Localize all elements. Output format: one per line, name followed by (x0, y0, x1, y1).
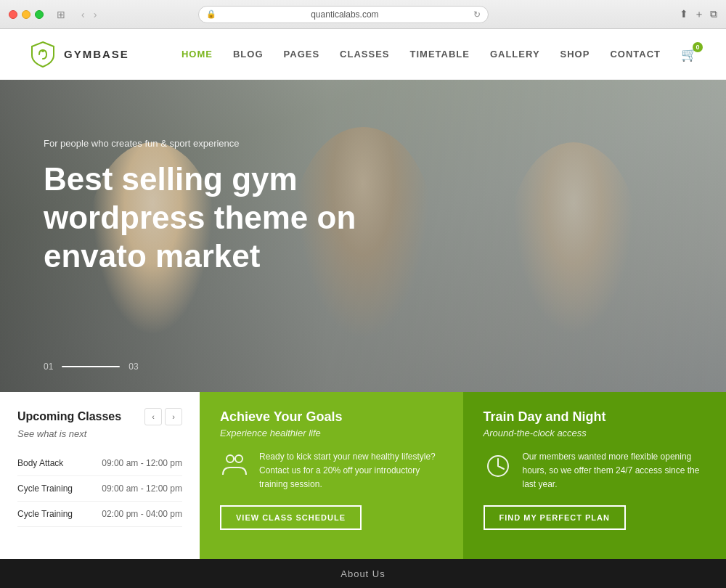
slider-bar-active (62, 366, 120, 367)
window-controls: ⊞ (55, 7, 67, 22)
nav-gallery[interactable]: GALLERY (490, 49, 540, 60)
fullscreen-button[interactable] (35, 10, 44, 19)
class-time-2: 09:00 am - 12:00 pm (102, 483, 182, 494)
find-plan-button[interactable]: FIND MY PERFECT PLAN (484, 505, 626, 530)
class-name-2: Cycle Training (17, 483, 73, 494)
uc-next-arrow[interactable]: › (165, 408, 182, 425)
nav-shop[interactable]: SHOP (560, 49, 590, 60)
class-time-3: 02:00 pm - 04:00 pm (102, 509, 182, 519)
train-text: Our members wanted more flexible opening… (523, 450, 706, 492)
close-button[interactable] (9, 10, 17, 19)
svg-point-2 (235, 455, 242, 462)
lock-icon: 🔒 (206, 9, 216, 19)
tabs-icon[interactable]: ⧉ (710, 8, 717, 21)
table-row: Body Attack 09:00 am - 12:00 pm (17, 451, 182, 476)
forward-arrow[interactable]: › (91, 7, 100, 22)
train-section: Train Day and Night Around-the-clock acc… (463, 392, 727, 559)
main-nav: HOME BLOG PAGES CLASSES TIMETABLE GALLER… (182, 46, 697, 62)
goals-subtitle: Experience healthier life (220, 428, 443, 438)
hero-tagline: For people who creates fun & sport exper… (44, 138, 392, 149)
nav-contact[interactable]: CONTACT (610, 49, 661, 60)
train-body: Our members wanted more flexible opening… (484, 450, 706, 492)
cart-badge: 0 (693, 42, 703, 52)
uc-subtitle: See what is next (17, 428, 182, 439)
minimize-button[interactable] (22, 10, 30, 19)
grid-icon: ⊞ (55, 7, 67, 22)
site-header: GYMBASE HOME BLOG PAGES CLASSES TIMETABL… (0, 29, 726, 80)
url-text: quanticalabs.com (221, 9, 469, 20)
browser-actions: ⬆ ＋ ⧉ (680, 8, 717, 21)
svg-point-0 (41, 49, 44, 52)
uc-list: Body Attack 09:00 am - 12:00 pm Cycle Tr… (17, 451, 182, 527)
goals-section: Achieve Your Goals Experience healthier … (200, 392, 463, 559)
table-row: Cycle Training 02:00 pm - 04:00 pm (17, 502, 182, 527)
train-icon (484, 452, 513, 486)
uc-arrows: ‹ › (144, 408, 182, 425)
logo[interactable]: GYMBASE (29, 41, 129, 68)
nav-classes[interactable]: CLASSES (340, 49, 389, 60)
nav-blog[interactable]: BLOG (233, 49, 264, 60)
goals-icon (220, 452, 249, 486)
hero-section: For people who creates fun & sport exper… (0, 80, 726, 392)
svg-point-1 (227, 455, 234, 462)
class-name-3: Cycle Training (17, 509, 73, 519)
uc-prev-arrow[interactable]: ‹ (144, 408, 162, 425)
bottom-sections: Upcoming Classes ‹ › See what is next Bo… (0, 392, 726, 559)
traffic-lights (9, 10, 44, 19)
slider-current: 01 (44, 362, 53, 372)
hero-content: For people who creates fun & sport exper… (44, 138, 392, 275)
goals-body: Ready to kick start your new healthy lif… (220, 450, 443, 492)
nav-pages[interactable]: PAGES (284, 49, 320, 60)
logo-text: GYMBASE (64, 48, 129, 60)
uc-header: Upcoming Classes ‹ › (17, 408, 182, 425)
logo-icon (29, 41, 57, 68)
nav-home[interactable]: HOME (182, 49, 213, 60)
website: GYMBASE HOME BLOG PAGES CLASSES TIMETABL… (0, 29, 726, 588)
upcoming-classes-panel: Upcoming Classes ‹ › See what is next Bo… (0, 392, 200, 559)
slider-bars (62, 366, 120, 367)
train-title: Train Day and Night (484, 409, 706, 425)
cart-button[interactable]: 🛒 0 (681, 46, 697, 62)
class-name-1: Body Attack (17, 458, 63, 468)
hero-title: Best selling gym wordpress theme on enva… (44, 160, 392, 275)
slider-total: 03 (129, 362, 138, 372)
about-bar: About Us (0, 559, 726, 588)
nav-timetable[interactable]: TIMETABLE (410, 49, 470, 60)
address-bar[interactable]: 🔒 quanticalabs.com ↻ (198, 6, 489, 23)
about-bar-text: About Us (340, 568, 385, 579)
back-arrow[interactable]: ‹ (78, 7, 88, 22)
goals-text: Ready to kick start your new healthy lif… (259, 450, 443, 492)
hero-slider-controls: 01 03 (44, 362, 139, 372)
class-time-1: 09:00 am - 12:00 pm (102, 458, 182, 468)
browser-chrome: ⊞ ‹ › 🔒 quanticalabs.com ↻ ⬆ ＋ ⧉ (0, 0, 726, 29)
browser-nav-arrows: ‹ › (78, 7, 99, 22)
table-row: Cycle Training 09:00 am - 12:00 pm (17, 476, 182, 502)
view-schedule-button[interactable]: VIEW CLASS SCHEDULE (220, 505, 362, 530)
new-tab-icon[interactable]: ＋ (694, 8, 704, 21)
uc-title: Upcoming Classes (17, 410, 121, 423)
reload-icon[interactable]: ↻ (473, 9, 481, 20)
goals-title: Achieve Your Goals (220, 409, 443, 425)
train-subtitle: Around-the-clock access (484, 428, 706, 438)
share-icon[interactable]: ⬆ (680, 8, 688, 21)
